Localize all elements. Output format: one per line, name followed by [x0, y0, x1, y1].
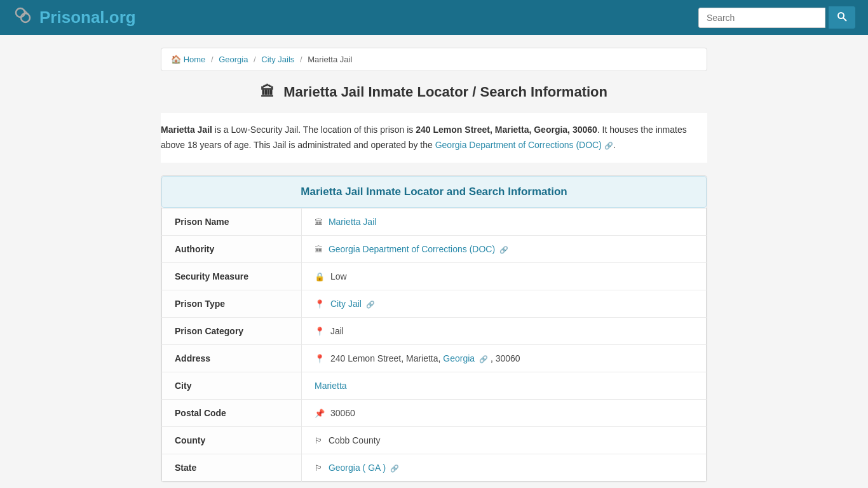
description-text1: is a Low-Security Jail. The location of … — [212, 125, 416, 135]
search-button[interactable] — [829, 6, 855, 29]
logo-main: Prisonal — [39, 8, 105, 27]
address-before: 240 Lemon Street, Marietta, — [330, 353, 443, 363]
home-icon: 🏠 — [171, 55, 181, 64]
table-row: Prison Name 🏛 Marietta Jail — [162, 208, 707, 235]
search-input[interactable] — [698, 8, 825, 28]
svg-point-1 — [21, 13, 30, 22]
prison-name-icon: 🏛 — [315, 217, 323, 227]
site-header: Prisonal.org — [0, 0, 868, 35]
prison-category-value: Jail — [330, 326, 344, 336]
table-row: County 🏳 Cobb County — [162, 426, 707, 454]
breadcrumb-home-link[interactable]: Home — [184, 55, 206, 64]
description-block: Marietta Jail is a Low-Security Jail. Th… — [161, 113, 707, 163]
postal-value: 30060 — [330, 408, 355, 418]
security-value: Low — [330, 271, 347, 281]
table-label: Authority — [162, 235, 302, 262]
table-value: 🏛 Georgia Department of Corrections (DOC… — [302, 235, 707, 262]
table-row: Address 📍 240 Lemon Street, Marietta, Ge… — [162, 344, 707, 372]
table-label: City — [162, 372, 302, 399]
city-link[interactable]: Marietta — [315, 381, 347, 391]
svg-line-4 — [843, 18, 846, 21]
jail-icon: 🏛 — [261, 84, 275, 100]
address-icon: 📍 — [315, 354, 325, 363]
logo-text: Prisonal.org — [39, 8, 136, 27]
table-value: 📌 30060 — [302, 399, 707, 426]
info-table: Prison Name 🏛 Marietta Jail Authority 🏛 … — [161, 208, 707, 482]
breadcrumb-separator-2: / — [254, 55, 256, 64]
prison-name-link[interactable]: Marietta Jail — [329, 217, 376, 227]
table-label: Prison Type — [162, 290, 302, 317]
address-state-link[interactable]: Georgia — [443, 353, 475, 363]
table-label: County — [162, 426, 302, 454]
county-value: Cobb County — [329, 435, 381, 445]
table-row: Prison Type 📍 City Jail 🔗 — [162, 290, 707, 317]
table-row: City Marietta — [162, 372, 707, 399]
breadcrumb-current: Marietta Jail — [308, 55, 352, 64]
prison-type-ext-icon: 🔗 — [366, 301, 375, 308]
table-row: Postal Code 📌 30060 — [162, 399, 707, 426]
breadcrumb: 🏠 Home / Georgia / City Jails / Marietta… — [161, 48, 707, 71]
logo-area: Prisonal.org — [13, 5, 136, 30]
table-value: 🏳 Georgia ( GA ) 🔗 — [302, 454, 707, 481]
table-value: 🔒 Low — [302, 262, 707, 290]
search-area — [698, 6, 855, 29]
table-row: Authority 🏛 Georgia Department of Correc… — [162, 235, 707, 262]
breadcrumb-separator-1: / — [211, 55, 214, 64]
table-label: Prison Name — [162, 208, 302, 235]
prison-type-link[interactable]: City Jail — [330, 299, 362, 309]
security-icon: 🔒 — [315, 272, 325, 281]
table-row: State 🏳 Georgia ( GA ) 🔗 — [162, 454, 707, 481]
table-value: 📍 Jail — [302, 317, 707, 344]
table-value: 📍 240 Lemon Street, Marietta, Georgia 🔗 … — [302, 344, 707, 372]
table-label: Security Measure — [162, 262, 302, 290]
table-label: Prison Category — [162, 317, 302, 344]
section-header: Marietta Jail Inmate Locator and Search … — [161, 176, 707, 208]
table-row: Security Measure 🔒 Low — [162, 262, 707, 290]
info-section: Marietta Jail Inmate Locator and Search … — [161, 175, 707, 482]
state-icon: 🏳 — [315, 463, 323, 473]
description-text3: . — [613, 140, 616, 150]
page-title: 🏛 Marietta Jail Inmate Locator / Search … — [161, 84, 707, 100]
table-label: Address — [162, 344, 302, 372]
breadcrumb-separator-3: / — [300, 55, 302, 64]
jail-name-bold: Marietta Jail — [161, 125, 212, 135]
prison-category-icon: 📍 — [315, 327, 325, 336]
table-value: 🏛 Marietta Jail — [302, 208, 707, 235]
table-value: Marietta — [302, 372, 707, 399]
logo-icon — [13, 5, 33, 30]
authority-table-link[interactable]: Georgia Department of Corrections (DOC) — [329, 244, 495, 254]
address-after: , 30060 — [491, 353, 520, 363]
main-content: 🏠 Home / Georgia / City Jails / Marietta… — [148, 48, 720, 482]
table-value: 📍 City Jail 🔗 — [302, 290, 707, 317]
breadcrumb-georgia-link[interactable]: Georgia — [219, 55, 248, 64]
postal-icon: 📌 — [315, 409, 325, 418]
authority-ext-icon: 🔗 — [499, 246, 508, 254]
svg-point-3 — [838, 13, 844, 18]
state-link[interactable]: Georgia ( GA ) — [329, 463, 386, 473]
authority-link[interactable]: Georgia Department of Corrections (DOC) — [435, 140, 602, 150]
authority-icon: 🏛 — [315, 245, 323, 254]
table-row: Prison Category 📍 Jail — [162, 317, 707, 344]
address-bold: 240 Lemon Street, Marietta, Georgia, 300… — [416, 125, 597, 135]
county-icon: 🏳 — [315, 436, 323, 445]
table-value: 🏳 Cobb County — [302, 426, 707, 454]
table-label: Postal Code — [162, 399, 302, 426]
ext-link-icon-desc: 🔗 — [604, 142, 613, 149]
address-ext-icon: 🔗 — [479, 355, 488, 363]
prison-type-icon: 📍 — [315, 299, 325, 309]
breadcrumb-cityjails-link[interactable]: City Jails — [261, 55, 294, 64]
table-label: State — [162, 454, 302, 481]
logo-domain: .org — [105, 8, 136, 27]
state-ext-icon: 🔗 — [390, 464, 399, 472]
